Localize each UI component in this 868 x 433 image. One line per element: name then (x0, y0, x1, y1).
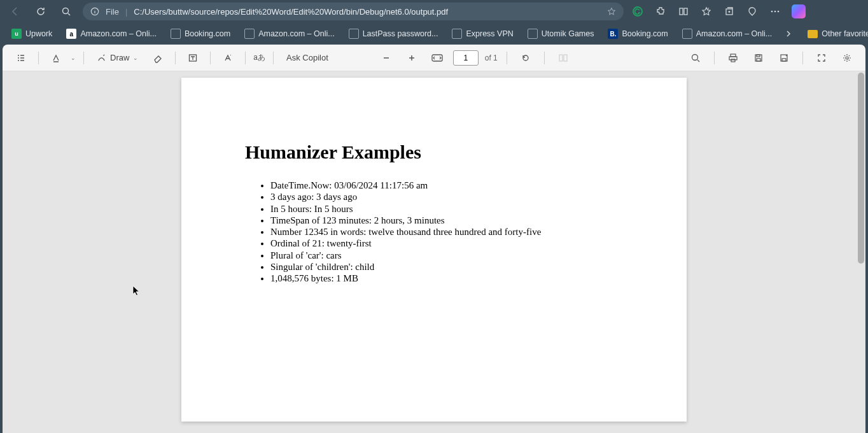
bookmark-item[interactable]: Utomik Games (522, 26, 599, 41)
file-favicon (171, 29, 181, 39)
page-number-input[interactable] (453, 50, 479, 66)
find-button[interactable] (686, 48, 705, 67)
list-item: In 5 hours: In 5 hours (270, 203, 623, 215)
draw-dropdown-icon: ⌄ (133, 55, 138, 61)
favorite-star-icon[interactable] (607, 7, 616, 16)
svg-point-6 (771, 11, 773, 13)
svg-rect-21 (782, 59, 786, 61)
svg-point-7 (774, 11, 776, 13)
folder-icon (808, 30, 818, 38)
highlight-dropdown-icon[interactable]: ⌄ (71, 55, 76, 61)
text-box-button[interactable] (183, 48, 202, 67)
favorites-icon[interactable] (700, 5, 713, 18)
svg-rect-19 (757, 59, 760, 61)
up-favicon: u (11, 29, 22, 39)
pdf-page: Humanizer Examples DateTime.Now: 03/06/2… (181, 78, 687, 422)
fullscreen-button[interactable] (812, 48, 831, 67)
search-button[interactable] (57, 3, 75, 20)
svg-rect-18 (757, 55, 760, 57)
rotate-button[interactable] (516, 48, 535, 67)
bookmarks-bar: uUpworkaAmazon.com – Onli...Booking.comA… (0, 23, 868, 45)
svg-rect-3 (680, 8, 683, 15)
print-button[interactable] (724, 48, 743, 67)
pdf-viewport[interactable]: Humanizer Examples DateTime.Now: 03/06/2… (3, 71, 865, 433)
bookmark-label: Amazon.com – Onli... (696, 29, 773, 38)
svg-rect-12 (564, 55, 567, 61)
svg-point-22 (846, 57, 848, 59)
bookmark-label: Utomik Games (542, 29, 594, 38)
page-view-button[interactable] (554, 48, 573, 67)
highlight-button[interactable] (46, 48, 66, 67)
more-menu-icon[interactable] (769, 5, 781, 18)
extensions-icon[interactable] (654, 5, 667, 18)
draw-label: Draw (110, 53, 129, 62)
settings-button[interactable] (837, 48, 857, 67)
list-item: Singular of 'children': child (270, 261, 623, 273)
scroll-thumb[interactable] (858, 73, 864, 264)
svg-rect-4 (684, 8, 687, 15)
file-favicon (528, 29, 538, 39)
document-title: Humanizer Examples (245, 141, 623, 163)
list-item: DateTime.Now: 03/06/2024 11:17:56 am (270, 180, 623, 191)
bookmark-item[interactable]: B.Booking.com (603, 26, 673, 41)
save-button[interactable] (749, 48, 768, 67)
book-favicon: B. (608, 29, 618, 39)
zoom-in-button[interactable] (402, 48, 421, 67)
pdf-toolbar: ⌄ Draw ⌄ aあ Ask Copilot of 1 (3, 45, 865, 71)
file-favicon (682, 29, 692, 39)
bookmark-label: Amazon.com – Onli... (80, 29, 157, 38)
list-item: 3 days ago: 3 days ago (270, 191, 623, 202)
browser-nav-bar: File | C:/Users/buttw/source/repos/Edit%… (0, 0, 868, 23)
back-button[interactable] (6, 3, 24, 20)
svg-point-13 (692, 54, 698, 60)
browser-essentials-icon[interactable] (746, 5, 759, 18)
bookmark-item[interactable]: Amazon.com – Onli... (677, 26, 778, 41)
address-bar[interactable]: File | C:/Users/buttw/source/repos/Edit%… (83, 3, 624, 20)
draw-button[interactable]: Draw ⌄ (92, 50, 143, 65)
zoom-out-button[interactable] (377, 48, 396, 67)
scrollbar-vertical[interactable] (857, 71, 864, 433)
ask-copilot-button[interactable]: Ask Copilot (281, 50, 333, 65)
amz-favicon: a (66, 29, 76, 39)
page-total-label: of 1 (485, 53, 498, 62)
svg-rect-11 (559, 55, 563, 61)
file-favicon (244, 29, 255, 39)
bookmark-label: LastPass password... (363, 29, 438, 38)
svg-point-0 (63, 8, 69, 14)
erase-button[interactable] (148, 48, 167, 67)
bookmark-item[interactable]: LastPass password... (344, 26, 444, 41)
translate-button[interactable]: aあ (253, 48, 265, 67)
other-favorites-button[interactable]: Other favorites (802, 27, 868, 41)
list-item: Plural of 'car': cars (270, 250, 623, 261)
fit-page-button[interactable] (428, 48, 447, 67)
list-item: Number 12345 in words: twelve thousand t… (270, 226, 623, 238)
svg-point-8 (778, 11, 780, 13)
bookmarks-overflow-button[interactable] (781, 30, 796, 38)
save-as-button[interactable] (774, 48, 794, 67)
refresh-button[interactable] (32, 3, 50, 20)
bookmark-item[interactable]: Amazon.com – Onli... (239, 26, 340, 41)
protocol-label: File (106, 7, 119, 17)
bookmark-label: Express VPN (466, 29, 513, 38)
info-icon (90, 7, 99, 16)
file-favicon (452, 29, 462, 39)
bookmark-item[interactable]: uUpwork (6, 26, 57, 41)
list-item: TimeSpan of 123 minutes: 2 hours, 3 minu… (270, 215, 623, 226)
file-favicon (349, 29, 359, 39)
pdf-viewer: ⌄ Draw ⌄ aあ Ask Copilot of 1 (3, 45, 865, 433)
copilot-icon[interactable] (792, 4, 806, 18)
list-item: 1,048,576 bytes: 1 MB (270, 273, 623, 284)
collections-icon[interactable] (723, 5, 736, 18)
svg-rect-16 (731, 59, 735, 62)
split-screen-icon[interactable] (677, 5, 690, 18)
grammarly-icon[interactable] (631, 5, 644, 18)
ask-copilot-label: Ask Copilot (286, 53, 328, 62)
bookmark-item[interactable]: Booking.com (165, 26, 235, 41)
bookmark-item[interactable]: aAmazon.com – Onli... (61, 26, 162, 41)
url-text: C:/Users/buttw/source/repos/Edit%20Word/… (134, 7, 601, 17)
contents-button[interactable] (11, 48, 31, 67)
read-aloud-button[interactable] (218, 48, 237, 67)
document-list: DateTime.Now: 03/06/2024 11:17:56 am3 da… (270, 180, 623, 285)
bookmark-item[interactable]: Express VPN (447, 26, 518, 41)
browser-action-icons (631, 4, 806, 18)
